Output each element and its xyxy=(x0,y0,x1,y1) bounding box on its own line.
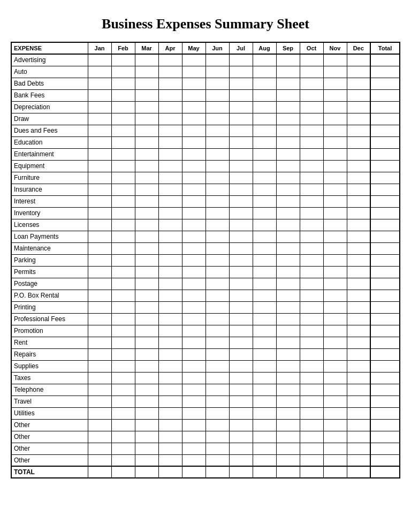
data-cell[interactable] xyxy=(88,89,111,101)
total-cell[interactable] xyxy=(370,113,400,125)
data-cell[interactable] xyxy=(276,101,300,113)
data-cell[interactable] xyxy=(135,348,158,360)
total-month-cell[interactable] xyxy=(88,466,111,478)
data-cell[interactable] xyxy=(135,325,158,337)
data-cell[interactable] xyxy=(135,454,158,466)
data-cell[interactable] xyxy=(206,431,229,443)
data-cell[interactable] xyxy=(206,348,229,360)
data-cell[interactable] xyxy=(111,443,135,454)
data-cell[interactable] xyxy=(206,372,229,384)
data-cell[interactable] xyxy=(323,266,347,278)
data-cell[interactable] xyxy=(347,242,370,254)
data-cell[interactable] xyxy=(88,360,111,372)
data-cell[interactable] xyxy=(135,54,158,66)
data-cell[interactable] xyxy=(158,266,182,278)
data-cell[interactable] xyxy=(229,207,253,219)
data-cell[interactable] xyxy=(347,254,370,266)
data-cell[interactable] xyxy=(229,384,253,396)
data-cell[interactable] xyxy=(276,172,300,184)
data-cell[interactable] xyxy=(253,136,276,148)
data-cell[interactable] xyxy=(253,407,276,419)
data-cell[interactable] xyxy=(323,89,347,101)
data-cell[interactable] xyxy=(276,184,300,195)
data-cell[interactable] xyxy=(206,407,229,419)
data-cell[interactable] xyxy=(229,372,253,384)
data-cell[interactable] xyxy=(88,384,111,396)
data-cell[interactable] xyxy=(300,290,323,301)
data-cell[interactable] xyxy=(300,313,323,325)
data-cell[interactable] xyxy=(206,443,229,454)
total-month-cell[interactable] xyxy=(182,466,206,478)
total-cell[interactable] xyxy=(370,384,400,396)
data-cell[interactable] xyxy=(182,125,206,136)
data-cell[interactable] xyxy=(347,231,370,242)
data-cell[interactable] xyxy=(135,384,158,396)
data-cell[interactable] xyxy=(88,278,111,290)
data-cell[interactable] xyxy=(347,66,370,78)
data-cell[interactable] xyxy=(300,172,323,184)
data-cell[interactable] xyxy=(300,431,323,443)
data-cell[interactable] xyxy=(300,360,323,372)
data-cell[interactable] xyxy=(135,195,158,207)
data-cell[interactable] xyxy=(135,372,158,384)
data-cell[interactable] xyxy=(206,113,229,125)
total-cell[interactable] xyxy=(370,360,400,372)
data-cell[interactable] xyxy=(347,301,370,313)
data-cell[interactable] xyxy=(276,360,300,372)
data-cell[interactable] xyxy=(300,66,323,78)
data-cell[interactable] xyxy=(88,78,111,89)
data-cell[interactable] xyxy=(276,219,300,231)
total-cell[interactable] xyxy=(370,195,400,207)
data-cell[interactable] xyxy=(229,266,253,278)
data-cell[interactable] xyxy=(229,407,253,419)
data-cell[interactable] xyxy=(135,78,158,89)
data-cell[interactable] xyxy=(88,443,111,454)
data-cell[interactable] xyxy=(300,454,323,466)
data-cell[interactable] xyxy=(88,290,111,301)
data-cell[interactable] xyxy=(253,313,276,325)
data-cell[interactable] xyxy=(111,313,135,325)
data-cell[interactable] xyxy=(158,125,182,136)
data-cell[interactable] xyxy=(182,254,206,266)
data-cell[interactable] xyxy=(229,290,253,301)
data-cell[interactable] xyxy=(229,301,253,313)
data-cell[interactable] xyxy=(347,113,370,125)
data-cell[interactable] xyxy=(323,160,347,172)
data-cell[interactable] xyxy=(323,290,347,301)
data-cell[interactable] xyxy=(347,384,370,396)
data-cell[interactable] xyxy=(253,254,276,266)
data-cell[interactable] xyxy=(182,360,206,372)
data-cell[interactable] xyxy=(111,242,135,254)
data-cell[interactable] xyxy=(229,148,253,160)
data-cell[interactable] xyxy=(253,419,276,431)
data-cell[interactable] xyxy=(347,360,370,372)
total-cell[interactable] xyxy=(370,54,400,66)
data-cell[interactable] xyxy=(300,89,323,101)
data-cell[interactable] xyxy=(323,66,347,78)
data-cell[interactable] xyxy=(276,242,300,254)
data-cell[interactable] xyxy=(323,360,347,372)
total-cell[interactable] xyxy=(370,231,400,242)
data-cell[interactable] xyxy=(300,113,323,125)
data-cell[interactable] xyxy=(253,160,276,172)
data-cell[interactable] xyxy=(253,396,276,407)
data-cell[interactable] xyxy=(300,219,323,231)
data-cell[interactable] xyxy=(347,207,370,219)
data-cell[interactable] xyxy=(206,231,229,242)
total-cell[interactable] xyxy=(370,89,400,101)
data-cell[interactable] xyxy=(347,419,370,431)
data-cell[interactable] xyxy=(88,407,111,419)
data-cell[interactable] xyxy=(182,231,206,242)
data-cell[interactable] xyxy=(276,431,300,443)
data-cell[interactable] xyxy=(323,325,347,337)
data-cell[interactable] xyxy=(323,207,347,219)
data-cell[interactable] xyxy=(276,313,300,325)
data-cell[interactable] xyxy=(347,266,370,278)
data-cell[interactable] xyxy=(111,89,135,101)
data-cell[interactable] xyxy=(111,372,135,384)
data-cell[interactable] xyxy=(206,337,229,348)
data-cell[interactable] xyxy=(206,160,229,172)
data-cell[interactable] xyxy=(158,360,182,372)
data-cell[interactable] xyxy=(111,396,135,407)
data-cell[interactable] xyxy=(300,148,323,160)
